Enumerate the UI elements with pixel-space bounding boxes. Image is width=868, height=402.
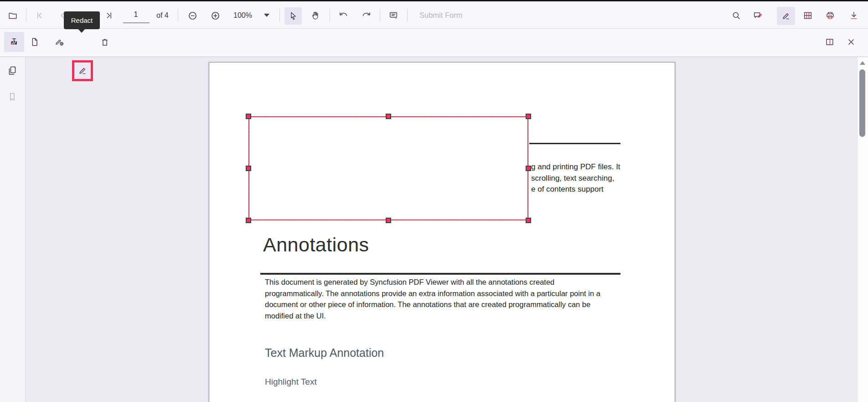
clipped-heading-rule <box>529 143 620 144</box>
search-icon <box>731 10 741 21</box>
paragraph-line: This document is generated by Syncfusion… <box>265 277 600 288</box>
redaction-pen-icon <box>781 11 791 21</box>
redact-tooltip: Redact <box>64 11 100 29</box>
bookmark-icon <box>7 91 18 102</box>
submit-form-button[interactable]: Submit Form <box>419 11 462 20</box>
download-icon <box>849 10 859 21</box>
redaction-button[interactable] <box>777 7 795 25</box>
annotation-edit-icon <box>753 10 763 21</box>
bookmarks-button[interactable] <box>4 89 21 105</box>
toolbar-divider <box>380 9 380 22</box>
trash-icon <box>100 37 110 47</box>
cursor-arrow-icon <box>288 11 298 21</box>
delete-redaction-button[interactable] <box>97 34 113 50</box>
resize-handle-middle-left[interactable] <box>246 166 251 171</box>
toolbar-divider <box>330 9 330 22</box>
document-paragraph: This document is generated by Syncfusion… <box>265 277 600 321</box>
undo-icon <box>338 10 348 21</box>
resize-handle-top-center[interactable] <box>386 114 391 119</box>
clipped-text-line: e of contents support <box>531 185 604 194</box>
main-toolbar: of 4 100% <box>0 1 868 29</box>
pencil-gear-icon <box>54 37 64 47</box>
highlight-text-label: Highlight Text <box>265 377 317 387</box>
mark-for-redaction-button[interactable] <box>4 32 24 52</box>
paragraph-line: programmatically. The annotations provid… <box>265 288 600 299</box>
zoom-level-value[interactable]: 100% <box>233 11 252 20</box>
annotation-button[interactable] <box>749 7 766 24</box>
panel-toggle-button[interactable] <box>822 34 838 50</box>
chevron-down-icon[interactable] <box>264 14 269 17</box>
mark-redaction-icon <box>9 37 20 47</box>
zoom-out-icon <box>187 10 198 21</box>
last-page-button[interactable] <box>101 7 118 24</box>
folder-icon <box>8 10 18 21</box>
comment-icon <box>388 10 398 21</box>
paragraph-line: document or other piece of information. … <box>265 299 600 310</box>
redaction-settings-button[interactable] <box>51 34 67 50</box>
document-icon <box>30 37 40 47</box>
toolbar-divider <box>178 9 178 22</box>
pdf-page: g and printing PDF files. It scrolling, … <box>209 62 675 402</box>
redaction-toolbar <box>0 29 868 57</box>
form-designer-button[interactable] <box>800 7 816 24</box>
resize-handle-bottom-left[interactable] <box>246 218 251 223</box>
comment-button[interactable] <box>385 7 402 24</box>
scroll-up-arrow-icon[interactable] <box>860 61 865 65</box>
redact-pen-icon <box>78 66 88 76</box>
toolbar-divider <box>279 9 280 22</box>
thumbnails-button[interactable] <box>4 63 21 79</box>
search-button[interactable] <box>728 7 744 24</box>
redo-button[interactable] <box>359 7 375 24</box>
open-file-button[interactable] <box>5 7 21 24</box>
clipped-text-line: scrolling, text searching, <box>531 174 614 183</box>
resize-handle-middle-right[interactable] <box>526 166 531 171</box>
redact-button[interactable] <box>72 60 93 81</box>
selection-tool-button[interactable] <box>284 7 302 25</box>
document-heading: Annotations <box>263 234 369 256</box>
zoom-in-icon <box>210 10 221 21</box>
page-number-input[interactable] <box>122 8 150 21</box>
tooltip-arrow <box>78 29 85 33</box>
first-page-icon <box>34 10 44 21</box>
redo-icon <box>362 10 372 21</box>
pdf-viewer-app: of 4 100% <box>0 0 868 402</box>
tooltip-label: Redact <box>71 16 93 24</box>
zoom-in-button[interactable] <box>207 7 223 24</box>
download-button[interactable] <box>846 7 862 24</box>
heading-rule <box>260 273 620 275</box>
zoom-out-button[interactable] <box>184 7 201 24</box>
print-icon <box>825 10 835 21</box>
pan-tool-button[interactable] <box>307 7 324 24</box>
redact-pages-button[interactable] <box>26 34 43 50</box>
toolbar-divider <box>26 9 26 22</box>
paragraph-line: modified at the UI. <box>265 310 600 322</box>
resize-handle-bottom-center[interactable] <box>386 218 391 223</box>
page-count-label: of 4 <box>156 11 169 20</box>
resize-handle-top-right[interactable] <box>526 114 531 119</box>
close-icon <box>846 37 856 47</box>
undo-button[interactable] <box>335 7 351 24</box>
clipped-text-line: g and printing PDF files. It <box>531 162 620 172</box>
scrollbar-thumb[interactable] <box>859 69 865 137</box>
first-page-button[interactable] <box>31 7 47 24</box>
close-toolbar-button[interactable] <box>843 34 859 50</box>
last-page-icon <box>104 10 114 21</box>
redaction-rectangle[interactable] <box>248 116 528 220</box>
print-button[interactable] <box>822 7 838 24</box>
navigation-sidebar <box>0 57 26 402</box>
resize-handle-top-left[interactable] <box>246 114 251 119</box>
form-fields-grid-icon <box>803 10 813 21</box>
page-thumbnails-icon <box>7 65 18 76</box>
page-input-underline <box>123 22 150 23</box>
section-heading: Text Markup Annotation <box>265 346 384 360</box>
toolbar-divider <box>407 9 408 22</box>
resize-handle-bottom-right[interactable] <box>526 218 531 223</box>
hand-icon <box>310 10 320 21</box>
split-panel-icon <box>825 37 835 47</box>
